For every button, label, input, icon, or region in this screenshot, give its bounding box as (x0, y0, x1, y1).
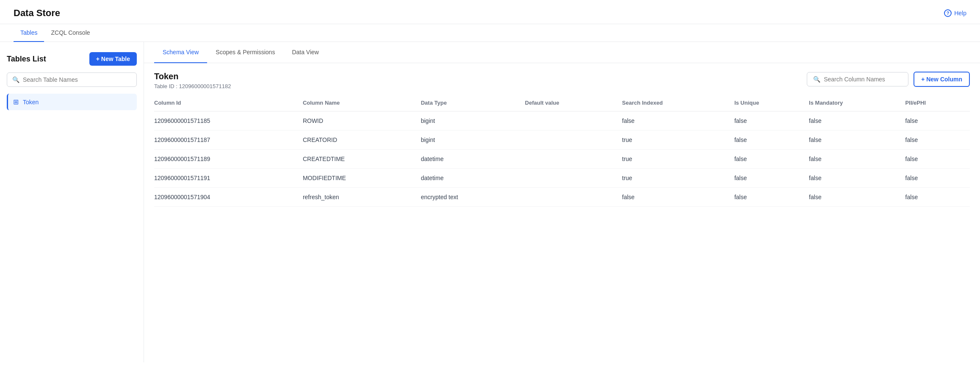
table-cell: true (622, 169, 734, 188)
table-cell: bigint (421, 131, 525, 150)
col-header-unique: Is Unique (734, 95, 809, 111)
table-row: 12096000001571189CREATEDTIMEdatetimetrue… (154, 150, 970, 169)
table-cell: 12096000001571191 (154, 169, 303, 188)
app-title: Data Store (14, 8, 60, 19)
table-cell: true (622, 150, 734, 169)
help-icon: ? (944, 9, 952, 17)
table-row: 12096000001571191MODIFIEDTIMEdatetimetru… (154, 169, 970, 188)
panel-tabs: Schema View Scopes & Permissions Data Vi… (144, 42, 980, 63)
table-cell: false (809, 169, 905, 188)
table-cell: 12096000001571189 (154, 150, 303, 169)
table-row: 12096000001571187CREATORIDbiginttruefals… (154, 131, 970, 150)
table-cell (525, 150, 622, 169)
tab-data-view[interactable]: Data View (283, 42, 327, 63)
search-table-input[interactable] (23, 76, 131, 83)
table-cell: bigint (421, 111, 525, 131)
sidebar: Tables List + New Table 🔍 ⊞ Token (0, 42, 144, 362)
new-column-button[interactable]: + New Column (914, 72, 970, 87)
table-cell: false (734, 150, 809, 169)
tab-schema-view[interactable]: Schema View (154, 42, 207, 63)
table-cell: false (905, 150, 970, 169)
tab-zcql-console[interactable]: ZCQL Console (44, 24, 97, 42)
app-header: Data Store ? Help (0, 0, 980, 24)
help-label: Help (954, 10, 966, 17)
table-cell: false (622, 111, 734, 131)
new-table-button[interactable]: + New Table (89, 52, 137, 66)
sidebar-header: Tables List + New Table (7, 52, 137, 66)
search-table-box: 🔍 (7, 72, 137, 87)
table-cell: false (734, 111, 809, 131)
table-cell: false (734, 169, 809, 188)
tab-scopes-permissions[interactable]: Scopes & Permissions (207, 42, 283, 63)
table-cell (525, 169, 622, 188)
table-cell: false (905, 169, 970, 188)
table-cell: MODIFIEDTIME (303, 169, 421, 188)
schema-table-name: Token (154, 72, 231, 81)
table-cell: false (905, 188, 970, 207)
search-column-input[interactable] (824, 76, 902, 83)
search-column-box: 🔍 (807, 72, 908, 86)
table-cell: false (734, 131, 809, 150)
top-tabs: Tables ZCQL Console (0, 24, 980, 42)
table-cell: false (809, 150, 905, 169)
table-cell: true (622, 131, 734, 150)
table-cell: refresh_token (303, 188, 421, 207)
table-cell (525, 188, 622, 207)
right-panel: Schema View Scopes & Permissions Data Vi… (144, 42, 980, 362)
table-cell: false (622, 188, 734, 207)
table-cell: false (905, 111, 970, 131)
table-row: 12096000001571904refresh_tokenencrypted … (154, 188, 970, 207)
schema-header: Token Table ID : 12096000001571182 🔍 + N… (144, 63, 980, 95)
columns-table-container: Column Id Column Name Data Type Default … (144, 95, 980, 362)
table-cell: false (809, 188, 905, 207)
table-cell (525, 131, 622, 150)
table-cell (525, 111, 622, 131)
help-link[interactable]: ? Help (944, 9, 966, 17)
col-header-name: Column Name (303, 95, 421, 111)
tab-tables[interactable]: Tables (14, 24, 44, 42)
table-cell: false (905, 131, 970, 150)
table-cell: 12096000001571187 (154, 131, 303, 150)
schema-actions: 🔍 + New Column (807, 72, 970, 87)
col-header-datatype: Data Type (421, 95, 525, 111)
col-header-id: Column Id (154, 95, 303, 111)
schema-title-block: Token Table ID : 12096000001571182 (154, 72, 231, 89)
col-header-mandatory: Is Mandatory (809, 95, 905, 111)
table-cell: ROWID (303, 111, 421, 131)
table-grid-icon: ⊞ (13, 98, 19, 106)
search-column-icon: 🔍 (813, 76, 820, 83)
columns-table: Column Id Column Name Data Type Default … (154, 95, 970, 207)
table-cell: false (809, 131, 905, 150)
table-cell: CREATEDTIME (303, 150, 421, 169)
table-header-row: Column Id Column Name Data Type Default … (154, 95, 970, 111)
table-cell: false (734, 188, 809, 207)
col-header-pii: PII/ePHI (905, 95, 970, 111)
sidebar-item-token[interactable]: ⊞ Token (7, 94, 137, 110)
table-cell: 12096000001571185 (154, 111, 303, 131)
main-content: Tables List + New Table 🔍 ⊞ Token Schema… (0, 42, 980, 362)
table-cell: CREATORID (303, 131, 421, 150)
table-cell: encrypted text (421, 188, 525, 207)
search-table-icon: 🔍 (12, 76, 19, 83)
col-header-search-indexed: Search Indexed (622, 95, 734, 111)
col-header-default: Default value (525, 95, 622, 111)
table-cell: false (809, 111, 905, 131)
schema-table-id: Table ID : 12096000001571182 (154, 83, 231, 89)
sidebar-title: Tables List (7, 55, 46, 64)
table-cell: datetime (421, 150, 525, 169)
sidebar-item-label: Token (23, 99, 39, 106)
table-cell: datetime (421, 169, 525, 188)
table-cell: 12096000001571904 (154, 188, 303, 207)
table-row: 12096000001571185ROWIDbigintfalsefalsefa… (154, 111, 970, 131)
